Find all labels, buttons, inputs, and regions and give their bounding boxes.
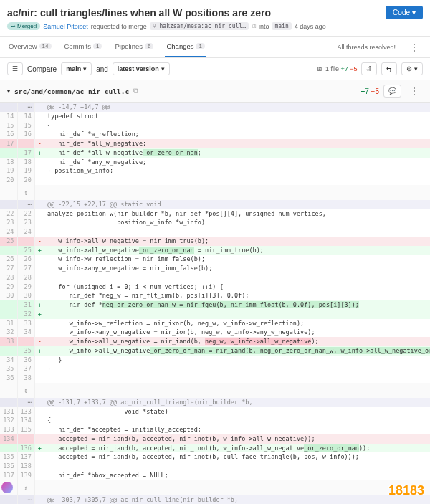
file-stats: +7 −5 [360, 87, 379, 95]
time-ago: 4 days ago [295, 23, 326, 30]
hunk-header: ⋯@@ -131,7 +133,7 @@ ac_nir_cull_triangl… [0, 398, 430, 407]
code-button[interactable]: Code ▾ [386, 6, 423, 19]
mr-header: ac/nir: cull triangles/lines when all W … [0, 0, 430, 37]
diff-line[interactable]: 1818 nir_def *any_w_negative; [0, 158, 430, 167]
diff-line[interactable]: 2929 for (unsigned i = 0; i < num_vertic… [0, 282, 430, 292]
tab-overview[interactable]: Overview14 [7, 37, 53, 57]
diff-line[interactable]: 136+ accepted = nir_iand(b, accepted, ni… [0, 444, 430, 453]
kebab-icon[interactable]: ⋮ [406, 42, 423, 52]
chevron-down-icon[interactable]: ▾ [7, 88, 10, 95]
diff-line[interactable]: 2323 position_w_info *w_info) [0, 218, 430, 227]
diff-line[interactable]: 2020 [0, 176, 430, 185]
merge-icon: ⥋ [11, 23, 16, 29]
hunk-header: ⋯@@ -22,15 +22,17 @@ static void [0, 200, 430, 209]
expand-icon: ⇕ [24, 189, 28, 196]
mr-title: ac/nir: cull triangles/lines when all W … [7, 7, 271, 19]
expand-row[interactable]: ⇕ [0, 383, 430, 398]
diff-toolbar: ☰ Compare main ▾ and latest version ▾ 🗎 … [0, 58, 430, 80]
expand-toggle[interactable]: ⇵ [361, 62, 377, 75]
file-icon: 🗎 [317, 65, 323, 72]
diff-line[interactable]: 131133 void *state) [0, 407, 430, 417]
copy-path-icon[interactable]: ⧉ [133, 87, 138, 95]
diff-line[interactable]: 35+ w_info->all_w_negative_or_zero_or_na… [0, 346, 430, 356]
file-tree-toggle[interactable]: ☰ [7, 62, 23, 75]
diff-line[interactable]: 3638 [0, 374, 430, 383]
diff-line[interactable]: 137139 nir_def *bbox_accepted = NULL; [0, 471, 430, 480]
watermark-logo: 18183 [388, 483, 424, 498]
tab-pipelines[interactable]: Pipelines6 [113, 37, 155, 57]
source-branch[interactable]: ⑂ hakzsam/mesa:ac_nir_cull… [150, 22, 249, 30]
compare-from[interactable]: main ▾ [61, 62, 92, 75]
diff-line[interactable]: 3133 w_info->w_reflection = nir_ixor(b, … [0, 319, 430, 328]
compare-label: Compare [27, 65, 57, 73]
expand-row[interactable]: ⇕ [0, 480, 430, 495]
compare-to[interactable]: latest version ▾ [113, 62, 170, 75]
diff-line[interactable]: 2828 [0, 273, 430, 282]
diff-line[interactable]: 2727 w_info->any_w_negative = nir_imm_fa… [0, 264, 430, 273]
diff-line[interactable]: 33- w_info->all_w_negative = nir_iand(b,… [0, 337, 430, 346]
diff-line[interactable]: 1616 nir_def *w_reflection; [0, 130, 430, 139]
settings-button[interactable]: ⚙ ▾ [401, 62, 423, 75]
view-toggle[interactable]: ⇆ [381, 62, 397, 75]
diff-line[interactable]: 134- accepted = nir_iand(b, accepted, ni… [0, 434, 430, 444]
fork-icon: ⑂ [153, 23, 156, 29]
diff-line[interactable]: 3030 nir_def *neg_w = nir_flt_imm(b, pos… [0, 291, 430, 300]
status-badge: ⥋Merged [7, 22, 40, 30]
diff-line[interactable]: 3537 } [0, 364, 430, 374]
target-branch[interactable]: main [272, 22, 291, 30]
diff-line[interactable]: 136138 [0, 462, 430, 471]
threads-resolved[interactable]: All threads resolved! [337, 44, 396, 51]
diff-line[interactable]: 3234 w_info->any_w_negative = nir_ior(b,… [0, 328, 430, 337]
file-path[interactable]: src/amd/common/ac_nir_cull.c [14, 87, 129, 95]
expand-row[interactable]: ⇕ [0, 185, 430, 200]
req-text: requested to merge [91, 23, 147, 30]
diff-line[interactable]: 32+ [0, 310, 430, 319]
avatar[interactable] [1, 482, 13, 493]
diff-line[interactable]: 25+ w_info->all_w_negative_or_zero_or_na… [0, 246, 430, 255]
file-kebab-icon[interactable]: ⋮ [406, 86, 423, 96]
diff-line[interactable]: 17- nir_def *all_w_negative; [0, 139, 430, 148]
file-summary: 🗎 1 file +7 −5 [317, 65, 357, 72]
diff-line[interactable]: 135137 accepted = nir_iand(b, accepted, … [0, 452, 430, 462]
diff-line[interactable]: 17+ nir_def *all_w_negative_or_zero_or_n… [0, 148, 430, 158]
diff-line[interactable]: 2626 w_info->w_reflection = nir_imm_fals… [0, 255, 430, 264]
hunk-header: ⋯@@ -303,7 +305,7 @@ ac_nir_cull_line(ni… [0, 495, 430, 505]
diff-line[interactable]: 1919 } position_w_info; [0, 166, 430, 176]
author-link[interactable]: Samuel Pitoiset [43, 23, 88, 30]
diff-line[interactable]: 2222 analyze_position_w(nir_builder *b, … [0, 209, 430, 219]
diff-line[interactable]: 1515 { [0, 121, 430, 130]
expand-icon: ⇕ [24, 484, 28, 492]
expand-icon: ⇕ [24, 386, 28, 394]
mr-tabs: Overview14 Commits1 Pipelines6 Changes1 … [0, 37, 430, 58]
diff-line[interactable]: 2424 { [0, 227, 430, 237]
file-header: ▾ src/amd/common/ac_nir_cull.c ⧉ +7 −5 💬… [0, 80, 430, 103]
diff-line[interactable]: 132134 { [0, 416, 430, 425]
tab-changes[interactable]: Changes1 [165, 37, 206, 57]
comment-icon[interactable]: 💬 [383, 85, 401, 98]
diff-line[interactable]: 3436 } [0, 356, 430, 365]
hunk-header: ⋯@@ -14,7 +14,7 @@ [0, 103, 430, 112]
copy-icon[interactable]: ⧉ [252, 22, 256, 30]
diff-line[interactable]: 133135 nir_def *accepted = initially_acc… [0, 425, 430, 434]
tab-commits[interactable]: Commits1 [63, 37, 104, 57]
diff-line[interactable]: 1414 typedef struct [0, 112, 430, 121]
chevron-down-icon: ▾ [412, 9, 416, 16]
diff-line[interactable]: 31+ nir_def *neg_or_zero_or_nan_w = nir_… [0, 300, 430, 310]
diff-table: ⋯@@ -14,7 +14,7 @@1414 typedef struct151… [0, 103, 430, 504]
diff-line[interactable]: 25- w_info->all_w_negative = nir_imm_tru… [0, 237, 430, 246]
